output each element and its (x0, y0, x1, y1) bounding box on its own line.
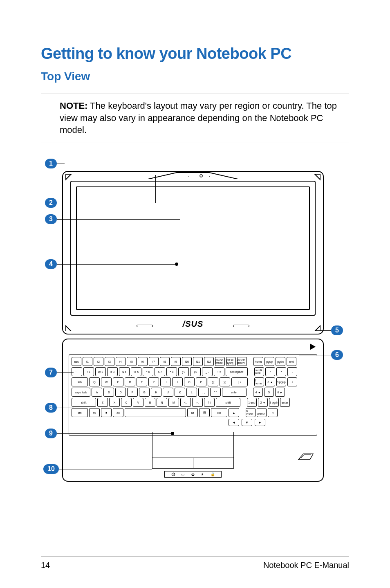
laptop-base: esc f1 f2 f3 f4 f5 f6 f7 f8 f9 f10 f11 f… (62, 339, 324, 482)
svg-marker-5 (65, 325, 71, 331)
corner-bl-icon (65, 325, 72, 331)
key-home: home (253, 357, 263, 366)
svg-point-1 (188, 176, 189, 177)
key-tab: tab (72, 377, 88, 386)
power-button-icon (310, 343, 316, 350)
key-3: # 3 (107, 367, 118, 376)
key-2: @ 2 (95, 367, 106, 376)
key-equals: + = (214, 367, 224, 376)
key-num4: 4 ◄ (253, 388, 263, 397)
key-b: B (145, 398, 155, 407)
key-i: I (172, 377, 183, 386)
corner-tl-icon (65, 174, 72, 181)
key-numsub: - (287, 367, 297, 376)
indicator-airplane-icon: ✈ (201, 472, 204, 476)
key-menu: ▤ (199, 408, 210, 417)
key-8: * 8 (166, 367, 177, 376)
key-slash: ? / (204, 398, 215, 407)
key-7: & 7 (155, 367, 165, 376)
key-o: O (184, 377, 195, 386)
key-a: A (92, 388, 102, 397)
key-enter: enter (222, 388, 247, 397)
svg-marker-3 (65, 174, 71, 180)
callout-5: 5 (331, 325, 343, 335)
footer-title: Notebook PC E-Manual (263, 561, 349, 570)
key-p: P (196, 377, 206, 386)
key-win: ■ (101, 408, 112, 417)
key-num6: 6 ► (275, 388, 285, 397)
key-e: E (113, 377, 123, 386)
key-semicolon: : ; (198, 388, 209, 397)
key-y: Y (148, 377, 159, 386)
key-n: N (157, 398, 167, 407)
note-label: NOTE: (60, 101, 87, 111)
key-t: T (137, 377, 147, 386)
key-period: > . (192, 398, 203, 407)
status-indicators: ⏻ ▭ ◒ ✈ 🔒 (164, 471, 222, 478)
svg-point-0 (200, 175, 202, 177)
key-lbracket: { [ (208, 377, 218, 386)
note-box: NOTE: The keyboard's layout may vary per… (41, 94, 349, 142)
key-6: ^ 6 (143, 367, 153, 376)
lid-notch (148, 172, 238, 179)
key-numenter: enter (280, 398, 290, 407)
key-esc: esc (72, 357, 81, 366)
section-heading: Top View (41, 70, 349, 83)
callout-2: 2 (45, 198, 57, 208)
key-numdot: . delete (257, 408, 267, 417)
key-numplus: + (287, 377, 297, 386)
key-k: K (175, 388, 185, 397)
note-text: The keyboard's layout may vary per regio… (60, 101, 337, 135)
key-f11: f11 (193, 357, 203, 366)
page-heading: Getting to know your Notebook PC (41, 45, 349, 63)
key-r: R (125, 377, 135, 386)
key-f4: f4 (116, 357, 126, 366)
key-f8: f8 (160, 357, 170, 366)
key-lshift: shift (72, 398, 96, 407)
page-footer: 14 Notebook PC E-Manual (41, 556, 349, 570)
key-quote: " ' (210, 388, 221, 397)
callout-6: 6 (331, 350, 343, 360)
callout-3: 3 (45, 214, 57, 224)
key-space (125, 408, 186, 417)
key-pgdn: pgdn (276, 357, 285, 366)
key-z: Z (97, 398, 108, 407)
key-v: V (133, 398, 143, 407)
key-lctrl: ctrl (72, 408, 88, 417)
key-f10: f10 (182, 357, 192, 366)
key-j: J (163, 388, 173, 397)
key-rbracket: } ] (220, 377, 230, 386)
key-x: X (109, 398, 120, 407)
key-num5: 5 (264, 388, 274, 397)
key-f6: f6 (138, 357, 148, 366)
svg-point-2 (209, 176, 210, 177)
key-numprt: ⎙ (268, 408, 278, 417)
key-num8: 8 ▲ (265, 377, 275, 386)
key-num7: 7 home (254, 377, 264, 386)
key-down: ▼ (242, 419, 252, 426)
key-u: U (160, 377, 171, 386)
key-0: ) 0 (190, 367, 201, 376)
key-nummul: * (276, 367, 286, 376)
callout-4: 4 (45, 259, 57, 269)
touchpad-buttons (152, 458, 233, 468)
callout-10: 10 (43, 464, 59, 474)
key-5: % 5 (131, 367, 141, 376)
key-minus: _ - (202, 367, 213, 376)
key-s: S (103, 388, 114, 397)
key-pgup: pgup (264, 357, 274, 366)
laptop-outline: /SUS esc f1 f2 f3 f4 f5 f6 f7 (62, 171, 324, 482)
key-f9: f9 (171, 357, 181, 366)
screen-bezel (70, 181, 316, 316)
key-numlk: numlk scrlk (254, 367, 264, 376)
key-backspace: backspace (226, 367, 248, 376)
key-prtsc: prt sc sysrq (226, 357, 236, 366)
key-rshift: shift (216, 398, 240, 407)
key-num2: 2 ▼ (258, 398, 268, 407)
key-pause: pause break (215, 357, 225, 366)
key-ralt: alt (187, 408, 198, 417)
svg-marker-4 (315, 174, 321, 180)
key-f2: f2 (94, 357, 103, 366)
key-l: L (186, 388, 197, 397)
key-f3: f3 (105, 357, 114, 366)
